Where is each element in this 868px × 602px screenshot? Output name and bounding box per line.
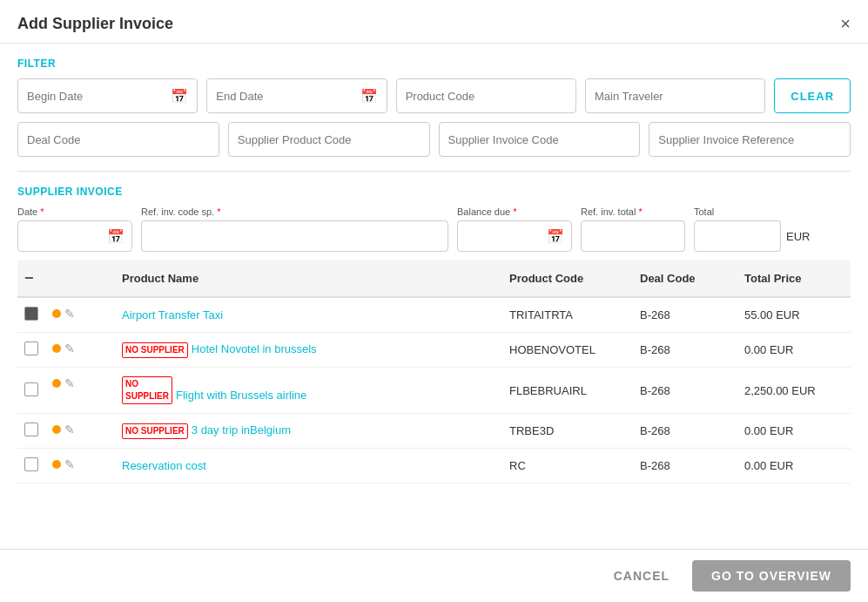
end-date-calendar-icon[interactable]: 📅: [360, 88, 378, 105]
no-supplier-badge: NO SUPPLIER: [122, 423, 188, 439]
row-product-name: Airport Transfer Taxi: [115, 297, 502, 333]
row-product-name: NO SUPPLIERHotel Novotel in brussels: [115, 333, 502, 368]
supplier-invoice-code-input[interactable]: [448, 133, 631, 146]
row-product-name: NO SUPPLIERFlight with Brussels airline: [115, 368, 502, 414]
row-product-code: HOBENOVOTEL: [502, 333, 633, 368]
supplier-invoice-reference-field[interactable]: [649, 122, 851, 157]
date-field: Date * 31/05/2024 📅: [17, 206, 132, 252]
balance-due-input-wrap[interactable]: 31/05/2024 📅: [457, 220, 572, 252]
no-supplier-badge: NO SUPPLIER: [122, 376, 172, 404]
begin-date-input[interactable]: [27, 90, 171, 103]
row-checkbox[interactable]: [24, 382, 38, 396]
row-actions: ✎: [45, 368, 115, 399]
close-button[interactable]: ×: [840, 14, 851, 34]
product-name-link[interactable]: Hotel Novotel in brussels: [192, 342, 317, 355]
deal-code-input[interactable]: [27, 133, 210, 146]
total-label: Total: [694, 206, 851, 217]
product-name-link[interactable]: 3 day trip inBelgium: [192, 423, 291, 436]
row-deal-code: B-268: [633, 449, 737, 484]
end-date-input[interactable]: [216, 90, 360, 103]
row-total-price: 0.00 EUR: [737, 333, 851, 368]
col-header-product-code: Product Code: [502, 260, 633, 297]
filter-row-2: [17, 122, 851, 157]
status-dot: [52, 460, 61, 469]
supplier-product-code-input[interactable]: [238, 133, 421, 146]
supplier-invoice-reference-input[interactable]: [658, 133, 841, 146]
deal-code-field[interactable]: [17, 122, 219, 157]
ref-inv-total-label: Ref. inv. total *: [581, 206, 685, 217]
product-name-link[interactable]: Airport Transfer Taxi: [122, 308, 223, 321]
table-row: ✎NO SUPPLIERFlight with Brussels airline…: [17, 368, 851, 414]
products-table: − Product Name Product Code Deal Code To…: [17, 260, 851, 484]
row-checkbox[interactable]: [24, 423, 38, 436]
col-header-total-price: Total Price: [737, 260, 851, 297]
total-input[interactable]: 55: [694, 220, 781, 252]
row-product-name: NO SUPPLIER3 day trip inBelgium: [115, 414, 502, 449]
invoice-fields-row: Date * 31/05/2024 📅 Ref. inv. code sp. *…: [17, 206, 851, 252]
table-body: ✎Airport Transfer TaxiTRITAITRTAB-26855.…: [17, 297, 851, 484]
col-header-product-name: Product Name: [115, 260, 502, 297]
date-input-wrap[interactable]: 31/05/2024 📅: [17, 220, 132, 252]
product-code-input[interactable]: [406, 90, 567, 103]
row-product-code: RC: [502, 449, 633, 484]
supplier-invoice-code-field[interactable]: [439, 122, 641, 157]
edit-icon[interactable]: ✎: [64, 457, 75, 471]
row-total-price: 2,250.00 EUR: [737, 368, 851, 414]
table-header: − Product Name Product Code Deal Code To…: [17, 260, 851, 297]
status-dot: [52, 379, 61, 388]
begin-date-field[interactable]: 📅: [17, 78, 198, 113]
modal-footer: CANCEL GO TO OVERVIEW: [0, 549, 868, 602]
end-date-field[interactable]: 📅: [206, 78, 387, 113]
edit-icon[interactable]: ✎: [64, 423, 75, 436]
main-traveler-input[interactable]: [595, 90, 756, 103]
filter-label: FILTER: [17, 57, 851, 70]
balance-due-label: Balance due *: [457, 206, 572, 217]
row-deal-code: B-268: [633, 414, 737, 449]
row-checkbox[interactable]: [24, 457, 38, 471]
product-name-link[interactable]: Flight with Brussels airline: [176, 389, 306, 402]
filter-row-1: 📅 📅 CLEAR: [17, 78, 851, 113]
edit-icon[interactable]: ✎: [64, 342, 75, 355]
row-total-price: 0.00 EUR: [737, 414, 851, 449]
date-calendar-icon[interactable]: 📅: [107, 228, 124, 245]
modal-header: Add Supplier Invoice ×: [0, 0, 868, 44]
product-code-field[interactable]: [396, 78, 576, 113]
row-deal-code: B-268: [633, 297, 737, 333]
modal-title: Add Supplier Invoice: [17, 15, 173, 33]
row-checkbox[interactable]: [24, 342, 38, 355]
ref-inv-total-input[interactable]: 0: [581, 220, 685, 252]
row-product-code: TRBE3D: [502, 414, 633, 449]
go-to-overview-button[interactable]: GO TO OVERVIEW: [692, 560, 851, 592]
modal-body: FILTER 📅 📅 CLEAR: [0, 44, 868, 549]
table-header-row: − Product Name Product Code Deal Code To…: [17, 260, 851, 297]
row-total-price: 55.00 EUR: [737, 297, 851, 333]
date-label: Date *: [17, 206, 132, 217]
date-input[interactable]: 31/05/2024: [25, 220, 104, 252]
filter-section: FILTER 📅 📅 CLEAR: [17, 57, 851, 157]
balance-due-calendar-icon[interactable]: 📅: [547, 228, 564, 245]
balance-due-input[interactable]: 31/05/2024: [465, 220, 543, 252]
edit-icon[interactable]: ✎: [64, 307, 75, 321]
begin-date-calendar-icon[interactable]: 📅: [171, 88, 188, 105]
row-total-price: 0.00 EUR: [737, 449, 851, 484]
row-actions: ✎: [45, 414, 115, 445]
row-checkbox[interactable]: [24, 307, 38, 321]
table-row: ✎Airport Transfer TaxiTRITAITRTAB-26855.…: [17, 297, 851, 333]
main-traveler-field[interactable]: [585, 78, 765, 113]
clear-button[interactable]: CLEAR: [774, 78, 851, 113]
supplier-product-code-field[interactable]: [228, 122, 430, 157]
section-divider: [17, 171, 851, 172]
status-dot: [52, 425, 61, 434]
edit-icon[interactable]: ✎: [64, 376, 75, 390]
deselect-all-icon[interactable]: −: [24, 269, 34, 287]
cancel-button[interactable]: CANCEL: [602, 562, 682, 590]
row-deal-code: B-268: [633, 333, 737, 368]
row-actions: ✎: [45, 333, 115, 364]
product-name-link[interactable]: Reservation cost: [122, 459, 206, 472]
modal: Add Supplier Invoice × FILTER 📅 📅: [0, 0, 868, 602]
col-header-deal-code: Deal Code: [633, 260, 737, 297]
ref-inv-code-input[interactable]: [141, 220, 448, 252]
row-product-code: FLBEBRUAIRL: [502, 368, 633, 414]
row-actions: ✎: [45, 298, 115, 329]
supplier-invoice-label: SUPPLIER INVOICE: [17, 186, 851, 198]
